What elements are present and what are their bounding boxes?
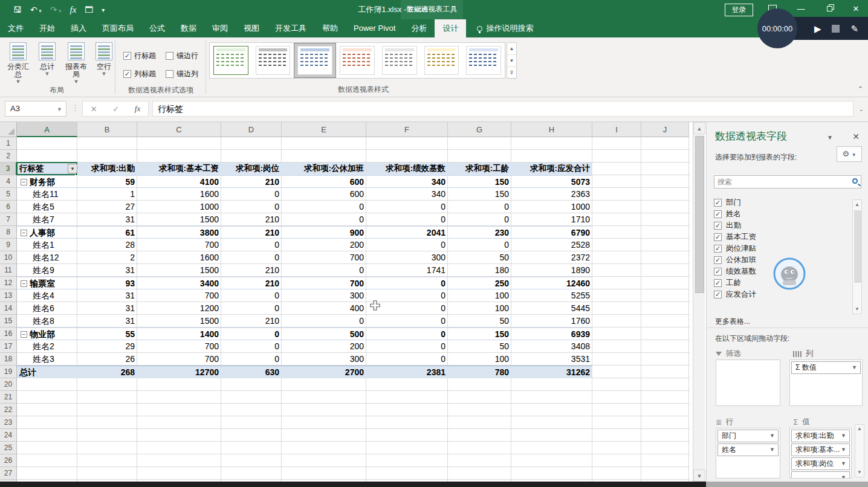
pivot-cell[interactable]: 31: [77, 302, 137, 315]
pivot-row-财务部[interactable]: −财务部5941002106003401505073: [17, 175, 592, 188]
pivot-row-label[interactable]: 姓名8: [17, 315, 77, 327]
pivot-cell[interactable]: 500: [282, 328, 366, 341]
pivot-cell[interactable]: 780: [448, 366, 511, 379]
pivot-cell[interactable]: 230: [448, 227, 511, 239]
values-scroll-down-icon[interactable]: ▼: [855, 468, 864, 477]
pivot-cell[interactable]: 0: [366, 315, 448, 327]
pivot-cell[interactable]: 100: [448, 353, 511, 366]
pivot-cell[interactable]: 268: [77, 366, 137, 379]
pivot-row-姓名7[interactable]: 姓名73115002100001710: [17, 213, 592, 226]
pivot-cell[interactable]: 150: [448, 176, 511, 189]
field-item-部门[interactable]: ✓部门: [714, 197, 853, 208]
pivot-cell[interactable]: 1890: [511, 264, 592, 277]
pivot-cell[interactable]: 6790: [511, 227, 592, 239]
pivot-cell[interactable]: 0: [221, 340, 282, 353]
field-scroll-up-icon[interactable]: ▲: [853, 200, 861, 209]
sheet-cells[interactable]: 行标签求和项:出勤求和项:基本工资求和项:岗位求和项:公休加班求和项:绩效基数求…: [17, 137, 690, 482]
pivot-row-label[interactable]: 姓名5: [17, 201, 77, 213]
style-thumb-yellow-light[interactable]: [421, 44, 462, 77]
pivot-cell[interactable]: 0: [282, 264, 366, 277]
collapse-icon[interactable]: −: [21, 230, 27, 236]
pivot-row-label[interactable]: −输票室: [17, 277, 77, 290]
tab-分析[interactable]: 分析: [403, 19, 435, 37]
pivot-cell[interactable]: 100: [448, 289, 511, 302]
pivot-cell[interactable]: 5073: [511, 176, 592, 189]
pivot-cell[interactable]: 0: [448, 213, 511, 226]
pivot-cell[interactable]: 210: [221, 176, 282, 189]
values-area-box[interactable]: 求和项:出勤▼求和项:基本...▼求和项:岗位▼▼: [789, 428, 852, 479]
pivot-cell[interactable]: 600: [282, 188, 366, 201]
select-all-corner[interactable]: [0, 122, 17, 137]
row-header-23[interactable]: 23: [0, 416, 17, 429]
pivot-cell[interactable]: 55: [77, 328, 137, 341]
pivot-cell[interactable]: 求和项:应发合计: [511, 163, 592, 175]
pivot-cell[interactable]: 400: [282, 302, 366, 315]
pivot-cell[interactable]: 210: [221, 315, 282, 327]
pill-dropdown-icon[interactable]: ▼: [841, 472, 846, 479]
ribbon-button-报表布局[interactable]: 报表布局▼: [63, 42, 89, 85]
pivot-cell[interactable]: 50: [448, 315, 511, 327]
pivot-cell[interactable]: 26: [77, 353, 137, 366]
pivot-cell[interactable]: 0: [221, 289, 282, 302]
pivot-cell[interactable]: 1000: [511, 201, 592, 213]
pivot-row-姓名6[interactable]: 姓名6311200040001005445: [17, 302, 592, 315]
style-thumb-blue-banded[interactable]: [463, 44, 504, 77]
pill-dropdown-icon[interactable]: ▼: [841, 458, 846, 469]
pivot-cell[interactable]: 50: [448, 340, 511, 353]
pill-dropdown-icon[interactable]: ▼: [841, 444, 846, 456]
pivot-cell[interactable]: 31262: [511, 366, 592, 379]
more-tables-link[interactable]: 更多表格...: [715, 317, 750, 327]
pill-求和项:基本...[interactable]: 求和项:基本...▼: [791, 443, 850, 456]
style-thumb-orange-light[interactable]: [337, 44, 378, 77]
row-header-18[interactable]: 18: [0, 353, 17, 366]
pill-dropdown-icon[interactable]: ▼: [841, 430, 846, 442]
pivot-cell[interactable]: 340: [366, 188, 448, 201]
pivot-cell[interactable]: 700: [282, 251, 366, 264]
pill-求和项:出勤[interactable]: 求和项:出勤▼: [791, 430, 850, 442]
row-header-12[interactable]: 12: [0, 277, 17, 289]
pivot-row-姓名8[interactable]: 姓名831150021000501760: [17, 315, 592, 327]
pivot-cell[interactable]: 求和项:岗位: [221, 163, 282, 175]
tab-文件[interactable]: 文件: [0, 19, 31, 37]
style-thumb-gray-light[interactable]: [379, 44, 420, 77]
pivot-cell[interactable]: 0: [366, 277, 448, 290]
pivot-cell[interactable]: 12460: [511, 277, 592, 290]
gallery-up-icon[interactable]: ▲: [507, 43, 516, 55]
checked-checkbox-icon[interactable]: ✓: [714, 291, 722, 298]
pivot-cell[interactable]: 3800: [137, 227, 221, 239]
row-header-2[interactable]: 2: [0, 150, 17, 163]
pivot-cell[interactable]: 59: [77, 176, 137, 189]
pivot-cell[interactable]: 700: [137, 353, 221, 366]
pivot-cell[interactable]: 2363: [511, 188, 592, 201]
collapse-ribbon-icon[interactable]: ⌃: [858, 85, 863, 93]
pivot-cell[interactable]: 150: [448, 188, 511, 201]
pivot-cell[interactable]: 1500: [137, 315, 221, 327]
pivot-cell[interactable]: 0: [221, 239, 282, 251]
pill-求和项:岗位[interactable]: 求和项:岗位▼: [791, 457, 850, 470]
worksheet-grid[interactable]: ABCDEFGHIJ 12345678910111213141516171819…: [0, 122, 706, 482]
name-box[interactable]: A3▼: [5, 101, 66, 117]
formula-input[interactable]: 行标签: [152, 101, 853, 117]
pivot-cell[interactable]: 3400: [137, 277, 221, 290]
checked-checkbox-icon[interactable]: ✓: [123, 70, 131, 78]
row-header-17[interactable]: 17: [0, 340, 17, 353]
pivot-cell[interactable]: 2: [77, 251, 137, 264]
tab-设计[interactable]: 设计: [435, 19, 466, 37]
row-header-14[interactable]: 14: [0, 302, 17, 315]
pivot-row-label[interactable]: 姓名6: [17, 302, 77, 315]
pivot-cell[interactable]: 700: [137, 340, 221, 353]
pivot-cell[interactable]: 0: [221, 251, 282, 264]
column-header-F[interactable]: F: [366, 122, 448, 137]
scroll-thumb[interactable]: [695, 136, 704, 293]
pivot-cell[interactable]: 300: [282, 353, 366, 366]
pivot-row-label[interactable]: −财务部: [17, 176, 77, 189]
pivot-cell[interactable]: 27: [77, 201, 137, 213]
tab-Power Pivot[interactable]: Power Pivot: [346, 19, 403, 37]
pivot-row-姓名5[interactable]: 姓名527100000001000: [17, 201, 592, 213]
pivot-cell[interactable]: 0: [221, 302, 282, 315]
pivot-row-姓名4[interactable]: 姓名431700030001005255: [17, 289, 592, 302]
row-header-1[interactable]: 1: [0, 137, 17, 150]
row-header-25[interactable]: 25: [0, 442, 17, 454]
pivot-cell[interactable]: 29: [77, 340, 137, 353]
row-header-10[interactable]: 10: [0, 251, 17, 264]
